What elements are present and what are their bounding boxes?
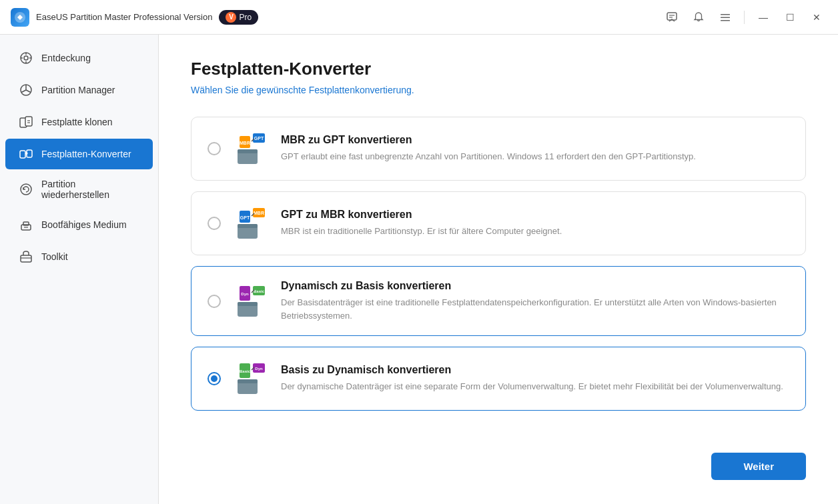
radio-dynamic-to-basic[interactable] <box>207 295 221 308</box>
notification-icon[interactable] <box>688 7 709 28</box>
sidebar-item-entdeckung[interactable]: Entdeckung <box>5 43 153 73</box>
option-text-gpt-to-mbr: GPT zu MBR konvertieren MBR ist ein trad… <box>281 209 789 238</box>
feedback-icon[interactable] <box>661 7 683 28</box>
option-desc-gpt-to-mbr: MBR ist ein traditionelle Partitionstyp.… <box>281 225 789 238</box>
main-layout: Entdeckung Partition Manager <box>0 35 838 504</box>
option-text-mbr-to-gpt: MBR zu GPT konvertieren GPT erlaubt eine… <box>281 134 789 163</box>
content-area: Festplatten-Konverter Wählen Sie die gew… <box>159 35 838 504</box>
svg-text:Basic: Basic <box>240 369 251 373</box>
icon-dynamic-to-basic: Dyn Basic <box>233 283 269 319</box>
svg-point-8 <box>24 56 28 60</box>
option-title-mbr-to-gpt: MBR zu GPT konvertieren <box>281 134 789 146</box>
titlebar-separator <box>744 11 745 24</box>
sidebar-item-festplatte-klonen[interactable]: Festplatte klonen <box>5 107 153 137</box>
minimize-button[interactable]: — <box>753 7 774 28</box>
svg-rect-15 <box>25 117 32 126</box>
svg-rect-5 <box>721 17 730 18</box>
sidebar-item-festplatten-konverter[interactable]: Festplatten-Konverter <box>5 139 153 169</box>
sidebar-label-bootfahiges-medium: Bootfähiges Medium <box>41 219 127 230</box>
titlebar-right: — ☐ ✕ <box>661 7 827 28</box>
option-basic-to-dynamic[interactable]: Basic Dyn Basis zu Dynamisch konvertiere… <box>191 347 806 411</box>
titlebar: EaseUS Partition Master Professional Ver… <box>0 0 838 35</box>
titlebar-left: EaseUS Partition Master Professional Ver… <box>11 8 258 27</box>
option-text-basic-to-dynamic: Basis zu Dynamisch konvertieren Der dyna… <box>281 364 789 393</box>
svg-rect-6 <box>721 20 730 21</box>
toolkit-icon <box>19 249 33 264</box>
icon-gpt-to-mbr: GPT MBR <box>233 205 269 241</box>
sidebar-label-partition-manager: Partition Manager <box>41 85 115 95</box>
option-text-dynamic-to-basic: Dynamisch zu Basis konvertieren Der Basi… <box>281 280 789 322</box>
svg-rect-22 <box>23 222 29 225</box>
svg-rect-33 <box>238 224 258 228</box>
menu-icon[interactable] <box>715 7 736 28</box>
sidebar-item-partition-manager[interactable]: Partition Manager <box>5 75 153 105</box>
sidebar-item-toolkit[interactable]: Toolkit <box>5 241 153 272</box>
app-title: EaseUS Partition Master Professional Ver… <box>36 12 212 22</box>
option-dynamic-to-basic[interactable]: Dyn Basic Dynamisch zu Basis konvertiere… <box>191 266 806 336</box>
svg-text:Basic: Basic <box>254 289 265 293</box>
svg-text:GPT: GPT <box>254 136 264 141</box>
option-desc-basic-to-dynamic: Der dynamische Datenträger ist eine sepa… <box>281 380 789 393</box>
bootable-icon <box>19 217 33 232</box>
sidebar-label-entdeckung: Entdeckung <box>41 53 91 63</box>
page-subtitle: Wählen Sie die gewünschte Festplattenkon… <box>191 85 806 95</box>
svg-text:MBR: MBR <box>240 141 250 145</box>
sidebar-label-toolkit: Toolkit <box>41 251 68 262</box>
svg-text:MBR: MBR <box>254 211 264 215</box>
svg-rect-27 <box>238 149 258 153</box>
sidebar: Entdeckung Partition Manager <box>0 35 159 504</box>
svg-rect-39 <box>238 302 258 306</box>
next-button[interactable]: Weiter <box>711 453 806 480</box>
icon-mbr-to-gpt: MBR GPT <box>233 131 269 167</box>
svg-text:Dyn: Dyn <box>241 292 249 296</box>
clone-icon <box>19 115 33 129</box>
option-title-gpt-to-mbr: GPT zu MBR konvertieren <box>281 209 789 221</box>
icon-basic-to-dynamic: Basic Dyn <box>233 361 269 397</box>
svg-text:Dyn: Dyn <box>255 367 263 371</box>
sidebar-label-partition-wiederherstellen: Partition wiederherstellen <box>41 179 139 200</box>
page-title: Festplatten-Konverter <box>191 59 806 79</box>
sidebar-item-partition-wiederherstellen[interactable]: Partition wiederherstellen <box>5 171 153 208</box>
svg-rect-24 <box>21 255 31 262</box>
radio-gpt-to-mbr[interactable] <box>207 217 221 230</box>
svg-rect-45 <box>238 379 258 383</box>
close-button[interactable]: ✕ <box>806 7 827 28</box>
partition-icon <box>19 83 33 97</box>
sidebar-item-bootfahiges-medium[interactable]: Bootfähiges Medium <box>5 209 153 240</box>
restore-icon <box>19 182 33 197</box>
sidebar-label-festplatten-konverter: Festplatten-Konverter <box>41 149 131 159</box>
radio-basic-to-dynamic[interactable] <box>207 372 221 385</box>
discovery-icon <box>19 51 33 65</box>
option-gpt-to-mbr[interactable]: GPT MBR GPT zu MBR konvertieren MBR ist … <box>191 191 806 255</box>
pro-badge: V Pro <box>219 10 258 25</box>
svg-text:GPT: GPT <box>240 215 250 220</box>
options-list: MBR GPT MBR zu GPT konvertieren GPT erla… <box>191 117 806 437</box>
v-icon: V <box>226 12 236 23</box>
option-title-dynamic-to-basic: Dynamisch zu Basis konvertieren <box>281 280 789 292</box>
maximize-button[interactable]: ☐ <box>779 7 801 28</box>
svg-rect-18 <box>20 151 25 158</box>
pro-label: Pro <box>239 13 252 22</box>
svg-point-20 <box>21 184 31 195</box>
option-title-basic-to-dynamic: Basis zu Dynamisch konvertieren <box>281 364 789 376</box>
svg-rect-4 <box>721 14 730 15</box>
option-mbr-to-gpt[interactable]: MBR GPT MBR zu GPT konvertieren GPT erla… <box>191 117 806 181</box>
content-footer: Weiter <box>191 453 806 480</box>
option-desc-dynamic-to-basic: Der Basisdatenträger ist eine traditione… <box>281 296 789 322</box>
converter-icon <box>19 147 33 161</box>
option-desc-mbr-to-gpt: GPT erlaubt eine fast unbegrenzte Anzahl… <box>281 150 789 163</box>
app-logo <box>11 8 29 27</box>
radio-mbr-to-gpt[interactable] <box>207 142 221 155</box>
sidebar-label-festplatte-klonen: Festplatte klonen <box>41 117 113 127</box>
